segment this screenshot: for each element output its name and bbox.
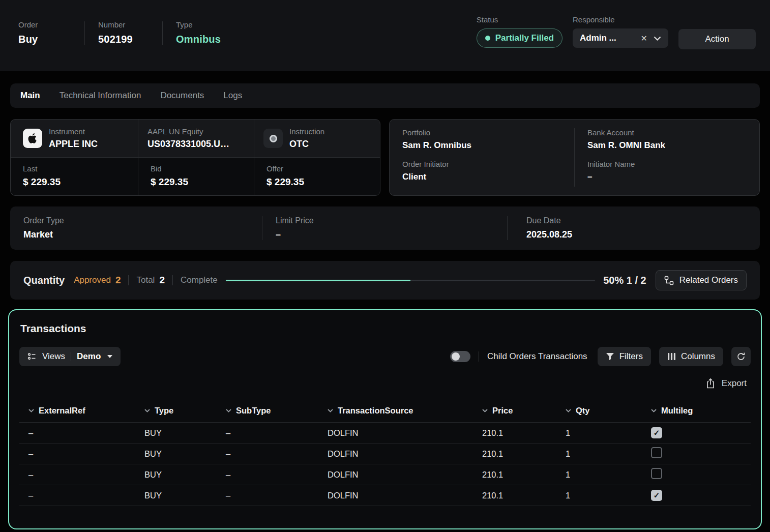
cell-subtype: – [226,470,328,480]
instrument-top: Instrument APPLE INC AAPL UN Equity US03… [11,120,380,157]
chevron-down-icon[interactable] [654,36,661,41]
offer-label: Offer [266,164,371,173]
table-row[interactable]: – BUY – DOLFIN 210.1 1 [19,423,751,444]
columns-button[interactable]: Columns [659,347,723,366]
related-orders-icon [664,276,674,285]
column-header-subtype[interactable]: SubType [226,406,328,416]
offer-price-field: Offer $ 229.35 [254,158,380,195]
initiator-name-field: Initiator Name – [587,160,747,182]
tab-main[interactable]: Main [20,91,40,101]
transactions-table-header: ExternalRef Type SubType TransactionSour… [19,399,751,423]
tab-technical-information[interactable]: Technical Information [60,91,141,101]
toggle-knob [452,352,460,361]
portfolio-column: Portfolio Sam R. Omnibus Order Initiator… [390,128,574,187]
last-price-field: Last $ 229.35 [11,158,138,195]
ticker-segment: AAPL UN Equity US0378331005.U… [138,120,254,157]
columns-label: Columns [681,351,715,362]
column-menu-icon [651,409,657,412]
vertical-divider [479,351,479,362]
quantity-row: Quantity Approved 2 Total 2 Complete 50%… [10,261,760,300]
order-type-detail-field: Order Type Market [10,216,262,240]
cell-external-ref: – [28,470,144,480]
instruction-field: Instruction OTC [289,127,324,150]
transactions-panel: Transactions Views Demo Child Orders Tra… [8,309,762,529]
cell-price: 210.1 [482,470,566,480]
cell-price: 210.1 [482,428,566,438]
cell-external-ref: – [28,491,144,500]
cell-type: BUY [144,449,226,459]
bid-value: $ 229.35 [151,176,245,188]
instrument-card: Instrument APPLE INC AAPL UN Equity US03… [10,119,380,196]
tab-logs[interactable]: Logs [223,91,242,101]
cell-multileg [651,427,751,438]
filters-button[interactable]: Filters [598,347,651,366]
column-header-externalref[interactable]: ExternalRef [28,406,144,416]
portfolio-field: Portfolio Sam R. Omnibus [402,128,561,151]
responsible-select[interactable]: Admin ... ✕ [573,28,668,48]
order-side-label: Order [18,20,71,29]
status-text: Partially Filled [495,33,554,43]
cell-multileg [651,490,751,501]
multileg-checkbox[interactable] [651,447,662,458]
approved-value: 2 [115,275,121,286]
multileg-checkbox[interactable] [651,427,662,438]
header-actions: Status Partially Filled Responsible Admi… [477,13,756,49]
cell-type: BUY [144,491,226,500]
total-value: 2 [159,275,165,286]
refresh-button[interactable] [731,347,751,366]
column-header-price[interactable]: Price [482,406,566,416]
column-menu-icon [328,409,333,412]
child-orders-toggle[interactable] [450,351,470,362]
progress-bar [226,280,595,281]
action-button[interactable]: Action [678,29,756,49]
multileg-checkbox[interactable] [651,468,662,479]
isin-value: US0378331005.U… [147,139,229,150]
cell-multileg [651,468,751,481]
instruction-icon [263,129,283,148]
cell-transaction-source: DOLFIN [328,470,482,480]
column-header-multileg[interactable]: Multileg [651,406,751,416]
vertical-divider [71,352,71,361]
ticker-label: AAPL UN Equity [147,127,229,136]
tab-bar: Main Technical Information Documents Log… [10,83,760,108]
vertical-divider [128,275,129,285]
bid-label: Bid [151,164,245,173]
portfolio-label: Portfolio [402,128,561,137]
cell-transaction-source: DOLFIN [328,491,482,500]
column-header-qty[interactable]: Qty [566,406,651,416]
column-header-transactionsource[interactable]: TransactionSource [328,406,482,416]
column-menu-icon [226,409,231,412]
transactions-table-body: – BUY – DOLFIN 210.1 1 – BUY – DOLFIN 21… [19,423,751,506]
tab-documents[interactable]: Documents [160,91,204,101]
bid-price-field: Bid $ 229.35 [138,158,254,195]
filters-label: Filters [619,351,643,362]
cell-qty: 1 [566,449,651,459]
transactions-toolbar: Views Demo Child Orders Transactions Fil… [19,347,751,366]
export-button[interactable]: Export [705,378,747,389]
views-icon [27,352,37,361]
due-date-label: Due Date [526,216,747,225]
refresh-icon [736,351,746,362]
status-label: Status [477,15,562,24]
multileg-checkbox[interactable] [651,490,662,501]
related-orders-button[interactable]: Related Orders [656,270,747,290]
clear-icon[interactable]: ✕ [641,34,647,43]
column-menu-icon [28,409,34,412]
views-dropdown[interactable]: Views Demo [19,347,121,366]
order-header: Order Buy Number 502199 Type Omnibus Sta… [0,0,770,71]
cell-transaction-source: DOLFIN [328,449,482,459]
cell-type: BUY [144,470,226,480]
portfolio-value: Sam R. Omnibus [402,140,561,151]
limit-price-value: – [276,229,494,240]
cell-transaction-source: DOLFIN [328,428,482,438]
cell-qty: 1 [566,470,651,480]
table-row[interactable]: – BUY – DOLFIN 210.1 1 [19,485,751,506]
order-details-row: Order Type Market Limit Price – Due Date… [10,206,760,250]
vertical-divider [162,21,163,45]
due-date-value: 2025.08.25 [526,229,747,240]
table-row[interactable]: – BUY – DOLFIN 210.1 1 [19,444,751,464]
column-menu-icon [144,409,150,412]
table-row[interactable]: – BUY – DOLFIN 210.1 1 [19,464,751,485]
column-header-type[interactable]: Type [144,406,226,416]
record-dot-icon [270,135,277,142]
